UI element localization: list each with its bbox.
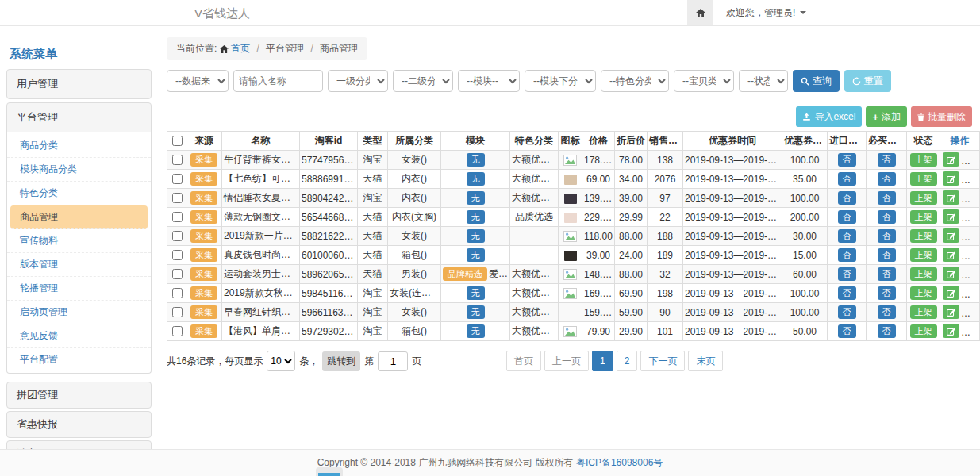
must-buy-toggle[interactable]: 否	[878, 324, 896, 338]
icp-link[interactable]: 粤ICP备16098006号	[576, 457, 663, 468]
level1-category-filter[interactable]: 一级分类	[328, 70, 388, 92]
sidebar-submenu-item[interactable]: 版本管理	[7, 253, 151, 277]
sidebar-submenu-item[interactable]: 模块商品分类	[7, 158, 151, 182]
edit-button[interactable]	[943, 190, 959, 205]
coupon-amount-cell: 100.00	[782, 151, 828, 170]
edit-button[interactable]	[943, 324, 959, 338]
import-excel-button[interactable]: 导入excel	[796, 106, 862, 127]
import-toggle[interactable]: 否	[838, 305, 856, 319]
select-all-checkbox[interactable]	[172, 136, 183, 146]
add-button[interactable]: + 添加	[866, 106, 907, 127]
pager-button[interactable]: 下一页	[640, 351, 685, 371]
import-toggle[interactable]: 否	[838, 267, 856, 281]
sidebar-group-item[interactable]: 用户管理	[6, 69, 152, 99]
sidebar-submenu-item[interactable]: 意见反馈	[7, 324, 151, 348]
ops-cell	[940, 322, 980, 341]
row-checkbox[interactable]	[172, 326, 183, 336]
back-to-top-button[interactable]	[316, 467, 343, 476]
source-badge: 采集	[190, 305, 217, 319]
import-toggle[interactable]: 否	[838, 248, 856, 262]
row-checkbox[interactable]	[172, 174, 183, 184]
row-checkbox[interactable]	[172, 269, 183, 279]
status-badge[interactable]: 上架	[910, 191, 937, 205]
row-checkbox[interactable]	[172, 288, 183, 298]
coupon-time-cell: 2019-09-13—2019-09-17	[683, 151, 782, 170]
import-toggle[interactable]: 否	[838, 286, 856, 300]
jump-to-page-button[interactable]: 跳转到	[322, 351, 360, 371]
status-badge[interactable]: 上架	[910, 286, 937, 300]
row-checkbox[interactable]	[172, 212, 183, 222]
sidebar-group-item[interactable]: 拼团管理	[6, 382, 152, 409]
edit-button[interactable]	[943, 286, 959, 300]
module-cell: 无	[441, 151, 510, 170]
per-page-select[interactable]: 10	[267, 351, 295, 371]
pager-button[interactable]: 首页	[506, 351, 541, 371]
status-badge[interactable]: 上架	[910, 324, 937, 338]
import-toggle[interactable]: 否	[838, 210, 856, 224]
pager-button[interactable]: 1	[592, 351, 613, 371]
sidebar-group-item[interactable]: 省惠快报	[6, 411, 152, 438]
import-toggle[interactable]: 否	[838, 191, 856, 205]
nav-home-button[interactable]	[687, 0, 713, 25]
module-subcategory-filter[interactable]: --模块下分类--	[525, 70, 596, 92]
batch-delete-button[interactable]: 批量删除	[911, 106, 972, 127]
must-buy-toggle[interactable]: 否	[878, 229, 896, 243]
import-toggle[interactable]: 否	[838, 172, 856, 186]
edit-button[interactable]	[943, 305, 959, 319]
must-buy-toggle[interactable]: 否	[878, 267, 896, 281]
sales-cell: 198	[648, 284, 683, 303]
pager-button[interactable]: 2	[617, 351, 638, 371]
edit-button[interactable]	[943, 228, 959, 243]
status-badge[interactable]: 上架	[910, 172, 937, 186]
sidebar-submenu-item[interactable]: 特色分类	[7, 182, 151, 205]
must-buy-toggle[interactable]: 否	[878, 286, 896, 300]
must-buy-toggle[interactable]: 否	[878, 248, 896, 262]
edit-button[interactable]	[943, 152, 959, 167]
item-type-filter[interactable]: --宝贝类型--	[674, 70, 734, 92]
edit-button[interactable]	[943, 171, 959, 186]
must-buy-toggle[interactable]: 否	[878, 172, 896, 186]
sidebar-submenu-item[interactable]: 商品分类	[7, 134, 151, 158]
sidebar-submenu-item[interactable]: 平台配置	[7, 348, 151, 371]
name-search-input[interactable]	[233, 70, 323, 92]
edit-button[interactable]	[943, 248, 959, 262]
import-toggle[interactable]: 否	[838, 324, 856, 338]
sidebar-submenu-item[interactable]: 宣传物料	[7, 229, 151, 253]
icon-cell	[559, 170, 582, 189]
user-menu[interactable]: 欢迎您，管理员!	[726, 6, 806, 20]
row-checkbox[interactable]	[172, 250, 183, 260]
status-badge[interactable]: 上架	[910, 267, 937, 281]
row-checkbox[interactable]	[172, 193, 183, 203]
status-badge[interactable]: 上架	[910, 305, 937, 319]
pager-button[interactable]: 末页	[688, 351, 723, 371]
sidebar-submenu-item[interactable]: 轮播管理	[7, 277, 151, 301]
level2-category-filter[interactable]: --二级分类--	[393, 70, 453, 92]
edit-button[interactable]	[943, 209, 959, 224]
search-button[interactable]: 查询	[793, 70, 840, 92]
sidebar-submenu-item[interactable]: 商品管理	[10, 205, 148, 229]
pager-button[interactable]: 上一页	[544, 351, 589, 371]
status-badge[interactable]: 上架	[910, 229, 937, 243]
reset-button[interactable]: 重置	[844, 70, 891, 92]
import-toggle[interactable]: 否	[838, 229, 856, 243]
sidebar-group-item[interactable]: 平台管理	[6, 102, 152, 132]
module-filter[interactable]: --模块--	[458, 70, 520, 92]
must-buy-toggle[interactable]: 否	[878, 191, 896, 205]
page-number-input[interactable]	[378, 351, 408, 371]
row-checkbox[interactable]	[172, 155, 183, 165]
status-badge[interactable]: 上架	[910, 248, 937, 262]
status-badge[interactable]: 上架	[910, 153, 937, 167]
data-source-filter[interactable]: --数据来源--	[167, 70, 229, 92]
row-checkbox[interactable]	[172, 307, 183, 317]
status-filter[interactable]: --状态--	[739, 70, 788, 92]
edit-button[interactable]	[943, 267, 959, 281]
breadcrumb-home-link[interactable]: 首页	[231, 43, 250, 54]
must-buy-toggle[interactable]: 否	[878, 153, 896, 167]
feature-category-filter[interactable]: --特色分类--	[601, 70, 669, 92]
must-buy-toggle[interactable]: 否	[878, 210, 896, 224]
import-toggle[interactable]: 否	[838, 153, 856, 167]
status-badge[interactable]: 上架	[910, 210, 937, 224]
must-buy-toggle[interactable]: 否	[878, 305, 896, 319]
row-checkbox[interactable]	[172, 231, 183, 241]
sidebar-submenu-item[interactable]: 启动页管理	[7, 301, 151, 324]
